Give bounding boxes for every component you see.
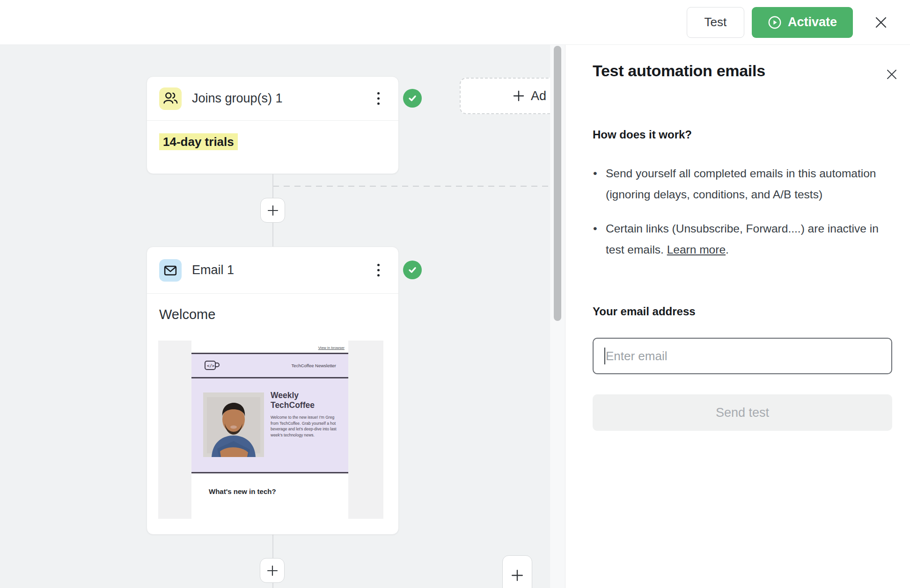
newsletter-section-heading: What's new in tech? (191, 473, 348, 495)
view-in-browser-link: View in browser (318, 346, 345, 350)
how-it-works-heading: How does it work? (593, 128, 692, 141)
test-button[interactable]: Test (687, 7, 744, 38)
coffee-cup-code-logo: </> (204, 359, 220, 372)
workflow-canvas: Joins group(s) 1 14-day trials (0, 45, 566, 588)
branch-dashed-line (273, 186, 553, 187)
test-emails-panel: Test automation emails How does it work?… (565, 45, 910, 588)
add-trigger-button[interactable]: Ad (460, 78, 553, 114)
activate-button[interactable]: Activate (752, 7, 853, 38)
activate-label: Activate (788, 15, 837, 29)
email-node-header: Email 1 (147, 247, 398, 294)
panel-title: Test automation emails (593, 62, 765, 80)
canvas-scrollbar-thumb[interactable] (554, 46, 561, 321)
close-icon (885, 67, 899, 81)
author-photo (203, 392, 264, 457)
trigger-node-detail: 14-day trials (159, 135, 238, 149)
trigger-node-header: Joins group(s) 1 (147, 77, 398, 121)
list-item: Send yourself all completed emails in th… (593, 163, 888, 205)
how-it-works-list: Send yourself all completed emails in th… (593, 163, 888, 273)
learn-more-link[interactable]: Learn more (667, 243, 726, 256)
email-subject: Welcome (159, 307, 386, 322)
trigger-node-title: Joins group(s) 1 (192, 91, 360, 106)
email-address-label: Your email address (593, 305, 696, 318)
top-toolbar: Test Activate (0, 0, 910, 45)
add-step-button-bottom[interactable] (260, 558, 285, 583)
email-valid-check-icon (403, 261, 422, 279)
newsletter-page: View in browser </> TechCoffee Newslette… (191, 341, 348, 519)
close-icon (873, 15, 888, 30)
newsletter-brand: TechCoffee Newsletter (292, 363, 336, 368)
envelope-icon (159, 259, 182, 282)
newsletter-heading: Weekly TechCoffee (271, 391, 342, 410)
trigger-valid-check-icon (403, 89, 422, 108)
email-node-menu-button[interactable] (370, 259, 386, 282)
connector-line (272, 223, 273, 247)
add-step-button-branch[interactable] (502, 555, 532, 588)
list-item: Certain links (Unsubscribe, Forward....)… (593, 218, 888, 260)
canvas-scrollbar (550, 45, 565, 588)
connector-line (272, 174, 273, 198)
email-node-title: Email 1 (192, 263, 360, 277)
add-step-button-top[interactable] (260, 198, 285, 223)
plus-icon (512, 89, 525, 102)
add-trigger-label: Ad (531, 89, 546, 103)
email-preview-thumbnail: View in browser </> TechCoffee Newslette… (158, 341, 383, 519)
newsletter-body: Welcome to the new issue! I'm Greg from … (271, 414, 342, 438)
play-circle-icon (768, 15, 782, 29)
trigger-node[interactable]: Joins group(s) 1 14-day trials (147, 76, 399, 174)
panel-close-button[interactable] (885, 67, 899, 81)
send-test-button[interactable]: Send test (593, 394, 892, 431)
close-editor-button[interactable] (873, 15, 888, 30)
trigger-node-menu-button[interactable] (370, 87, 386, 110)
connector-line (272, 535, 273, 558)
text-cursor (604, 348, 605, 364)
email-node[interactable]: Email 1 Welcome View in browser (147, 247, 399, 535)
test-email-input[interactable] (593, 338, 892, 374)
people-icon (159, 87, 182, 110)
automation-editor: Test Activate (0, 0, 910, 588)
svg-text:</>: </> (207, 363, 215, 368)
add-trigger-clip: Ad (460, 78, 553, 114)
